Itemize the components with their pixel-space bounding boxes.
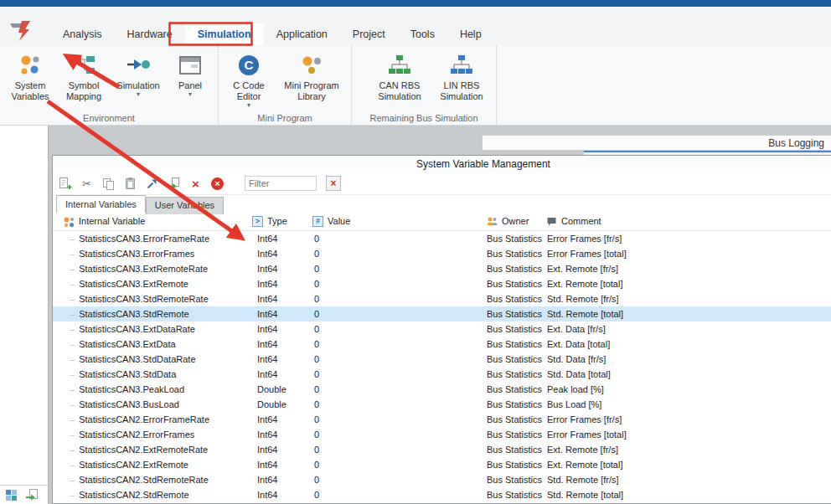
tree-line: –: [70, 369, 75, 379]
grid-header: Internal Variable > Type # Value Owner C…: [53, 213, 831, 231]
table-row[interactable]: –StatisticsCAN3.ExtRemoteInt640Bus Stati…: [53, 276, 831, 291]
table-row[interactable]: –StatisticsCAN3.BusLoadDouble0Bus Statis…: [53, 397, 831, 412]
column-header-internal-variable[interactable]: Internal Variable: [63, 213, 145, 230]
tab-user-variables[interactable]: User Variables: [146, 197, 224, 214]
table-row[interactable]: –StatisticsCAN3.StdDataRateInt640Bus Sta…: [53, 352, 831, 367]
chevron-down-icon: ▾: [188, 91, 192, 98]
bus-logging-panel-caption[interactable]: Bus Logging: [482, 135, 831, 151]
column-header-comment[interactable]: Comment: [546, 213, 601, 230]
export-arrow-button[interactable]: [167, 177, 181, 191]
table-row[interactable]: –StatisticsCAN3.StdDataInt640Bus Statist…: [53, 367, 831, 382]
filter-input[interactable]: [245, 176, 317, 191]
add-variable-button[interactable]: [58, 177, 72, 191]
lin-rbs-simulation-button[interactable]: LIN RBS Simulation: [431, 49, 493, 102]
variable-type: Int64: [257, 442, 277, 457]
column-label: Comment: [561, 213, 601, 230]
window-title[interactable]: System Variable Management: [53, 156, 831, 172]
copy-button[interactable]: [101, 177, 116, 191]
column-header-value[interactable]: # Value: [312, 213, 350, 230]
delete-all-button[interactable]: ×: [210, 177, 225, 191]
menu-tab-application[interactable]: Application: [264, 23, 340, 45]
variable-value: 0: [314, 457, 319, 472]
paste-button[interactable]: [123, 177, 137, 191]
system-variable-management-window: System Variable Management ✂ × ×: [52, 155, 831, 504]
import-arrow-button[interactable]: [145, 177, 159, 191]
c-code-editor-icon: C: [236, 50, 261, 80]
tree-line: –: [70, 414, 75, 424]
variable-type: Int64: [257, 321, 277, 337]
table-row[interactable]: –StatisticsCAN2.ErrorFrameRateInt640Bus …: [53, 412, 831, 427]
delete-button[interactable]: ×: [188, 177, 203, 191]
variable-value: 0: [314, 367, 319, 382]
table-row[interactable]: –StatisticsCAN2.StdRemoteRateInt640Bus S…: [53, 472, 831, 487]
window-titlebar[interactable]: [0, 0, 831, 7]
lin-rbs-simulation-icon: [449, 50, 474, 80]
tree-line: –: [70, 354, 75, 364]
variable-value: 0: [314, 261, 319, 276]
table-row[interactable]: –StatisticsCAN2.ErrorFramesInt640Bus Sta…: [53, 427, 831, 442]
variable-type: Int64: [257, 291, 277, 306]
column-header-type[interactable]: > Type: [252, 213, 287, 230]
simulation-button[interactable]: Simulation ▾: [111, 49, 166, 98]
tree-line: –: [70, 294, 75, 304]
variable-name: –StatisticsCAN3.ExtDataRate: [70, 321, 195, 337]
table-row[interactable]: –StatisticsCAN3.StdRemoteRateInt640Bus S…: [53, 291, 831, 306]
tree-line: –: [70, 475, 75, 485]
variable-value: 0: [314, 397, 319, 412]
panel-button[interactable]: Panel ▾: [166, 49, 214, 98]
panel-grid-icon[interactable]: [4, 488, 18, 502]
tree-line: –: [70, 445, 75, 455]
table-row[interactable]: –StatisticsCAN3.PeakLoadDouble0Bus Stati…: [53, 382, 831, 397]
variable-type: Int64: [257, 337, 277, 352]
ribbon-group-label: Mini Program: [222, 111, 348, 125]
owner-icon: [486, 216, 498, 227]
table-row[interactable]: –StatisticsCAN3.ExtDataInt640Bus Statist…: [53, 337, 831, 352]
variable-name: –StatisticsCAN2.StdRemote: [70, 487, 189, 502]
table-row[interactable]: –StatisticsCAN3.ErrorFramesInt640Bus Sta…: [53, 246, 831, 261]
table-row[interactable]: –StatisticsCAN3.ExtDataRateInt640Bus Sta…: [53, 321, 831, 337]
menu-tab-hardware[interactable]: Hardware: [115, 23, 185, 45]
cut-button[interactable]: ✂: [80, 177, 94, 191]
variable-comment: Bus Load [%]: [547, 397, 601, 412]
table-row[interactable]: –StatisticsCAN3.StdRemoteInt640Bus Stati…: [53, 306, 831, 321]
menu-tab-analysis[interactable]: Analysis: [50, 23, 115, 45]
variable-type: Int64: [257, 261, 277, 276]
clear-filter-button[interactable]: ×: [326, 176, 341, 191]
ribbon: System Variables Symbol Mapping Simulati…: [0, 46, 831, 126]
variable-name: –StatisticsCAN2.ExtRemote: [70, 457, 188, 472]
table-row[interactable]: –StatisticsCAN2.StdRemoteInt640Bus Stati…: [53, 487, 831, 502]
variable-type: Int64: [257, 306, 277, 321]
table-row[interactable]: –StatisticsCAN3.ErrorFrameRateInt640Bus …: [53, 231, 831, 246]
mini-program-library-button[interactable]: Mini Program Library: [276, 49, 348, 102]
table-row[interactable]: –StatisticsCAN2.ExtRemoteInt640Bus Stati…: [53, 457, 831, 472]
variable-value: 0: [314, 442, 319, 457]
system-variables-button[interactable]: System Variables: [3, 49, 57, 102]
tree-line: –: [70, 429, 75, 440]
menu-tab-simulation[interactable]: Simulation: [185, 23, 264, 45]
variable-value: 0: [314, 352, 319, 367]
variable-name: –StatisticsCAN3.ExtData: [70, 337, 176, 352]
column-label: Owner: [502, 213, 529, 230]
variable-comment: Std. Remote [total]: [547, 306, 623, 321]
variable-comment: Std. Remote [fr/s]: [547, 291, 619, 306]
tab-internal-variables[interactable]: Internal Variables: [56, 195, 146, 213]
menu-tab-help[interactable]: Help: [447, 23, 494, 45]
variable-comment: Error Frames [fr/s]: [547, 412, 622, 427]
tree-line: –: [70, 234, 75, 244]
variable-type: Double: [257, 382, 286, 397]
variable-grid: Internal Variable > Type # Value Owner C…: [53, 213, 831, 504]
table-row[interactable]: –StatisticsCAN3.ExtRemoteRateInt640Bus S…: [53, 261, 831, 276]
c-code-editor-button[interactable]: C C Code Editor ▾: [222, 49, 276, 109]
menu-tab-tools[interactable]: Tools: [398, 23, 447, 45]
variable-type: Int64: [257, 231, 277, 246]
left-panel-toolbar: [0, 485, 48, 504]
table-row[interactable]: –StatisticsCAN2.ExtRemoteRateInt640Bus S…: [53, 442, 831, 457]
symbol-mapping-button[interactable]: Symbol Mapping: [57, 49, 111, 102]
variable-name: –StatisticsCAN2.ErrorFrameRate: [70, 412, 209, 427]
variable-comment: Ext. Data [fr/s]: [547, 321, 606, 337]
menu-tab-project[interactable]: Project: [340, 23, 398, 45]
can-rbs-simulation-button[interactable]: CAN RBS Simulation: [369, 49, 431, 102]
export-document-icon[interactable]: [24, 488, 39, 502]
column-header-owner[interactable]: Owner: [486, 213, 529, 230]
panel-icon: [178, 50, 203, 80]
